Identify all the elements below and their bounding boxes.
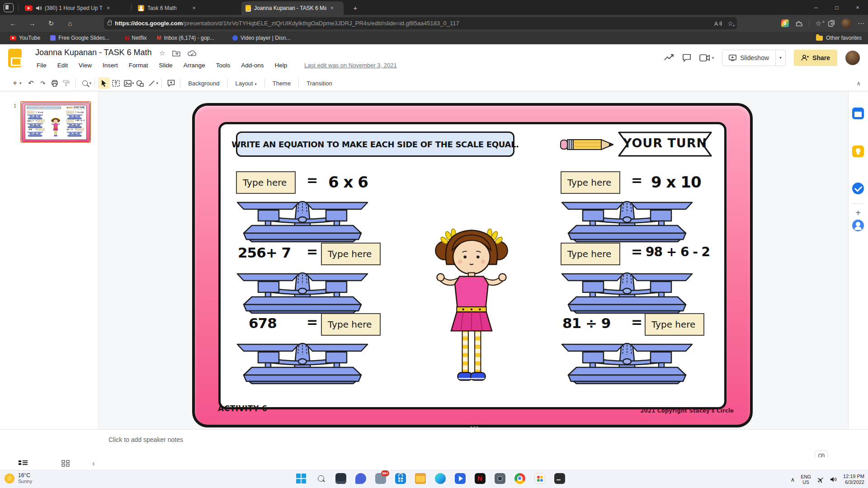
filmstrip-view-button[interactable] xyxy=(16,459,30,469)
collapse-toolbar-icon[interactable]: ∧ xyxy=(856,80,861,87)
insert-comment-tool[interactable] xyxy=(165,77,177,89)
cloud-status-icon[interactable] xyxy=(188,50,197,56)
equation-text[interactable]: 9 x 10 xyxy=(651,173,701,191)
address-bar[interactable]: https://docs.google.com/presentation/d/1… xyxy=(104,17,737,29)
slide-1-thumbnail[interactable]: WRITE AN EQUATION TO MAKE EACH SIDE OF T… xyxy=(20,101,91,143)
type-here-field[interactable]: Type here xyxy=(321,313,381,336)
browser-tab-3-active[interactable]: Joanna Kupanan - TASK 6 Math × xyxy=(241,1,344,15)
menu-slide[interactable]: Slide xyxy=(156,61,176,70)
taskbar-badged-app-icon[interactable]: 99+ xyxy=(374,472,387,484)
menu-tools[interactable]: Tools xyxy=(213,61,234,70)
girl-clipart[interactable] xyxy=(434,220,509,386)
chevron-down-icon[interactable]: ▾ xyxy=(712,56,714,60)
last-edit-link[interactable]: Last edit was on November 3, 2021 xyxy=(301,61,400,70)
redo-button[interactable]: ↷ xyxy=(37,77,49,89)
collections-icon[interactable] xyxy=(828,20,835,27)
hidden-icons-chevron[interactable]: ∧ xyxy=(791,476,795,483)
bookmark-inbox[interactable]: MInbox (6,174) - gop... xyxy=(157,35,214,41)
taskbar-file-explorer-icon[interactable] xyxy=(414,472,426,484)
menu-format[interactable]: Format xyxy=(126,61,151,70)
theme-button[interactable]: Theme xyxy=(268,80,295,87)
read-aloud-icon[interactable]: A xyxy=(714,20,722,27)
document-title[interactable]: Joanna Kupanan - TASK 6 Math xyxy=(35,48,152,57)
menu-addons[interactable]: Add-ons xyxy=(238,61,267,70)
equation-text[interactable]: 678 xyxy=(249,315,277,331)
bookmark-video-player[interactable]: Video player | Disn... xyxy=(232,35,290,41)
speaker-notes-placeholder[interactable]: Click to add speaker notes xyxy=(108,436,183,443)
tab-actions-icon[interactable] xyxy=(4,3,14,12)
type-here-field[interactable]: Type here xyxy=(561,243,620,265)
equals-sign[interactable]: = xyxy=(307,314,318,330)
home-button[interactable]: ⌂ xyxy=(63,19,77,27)
taskbar-teams-chat-icon[interactable] xyxy=(354,472,367,484)
text-box-tool[interactable] xyxy=(110,77,122,89)
taskbar-edge-icon[interactable] xyxy=(434,472,446,484)
equals-sign[interactable]: = xyxy=(307,244,318,259)
tab-audio-icon[interactable] xyxy=(36,5,42,11)
equation-text[interactable]: 6 x 6 xyxy=(328,173,368,191)
collapse-filmstrip-chevron[interactable]: ‹ xyxy=(87,459,100,469)
equals-sign[interactable]: = xyxy=(631,314,642,330)
menu-arrange[interactable]: Arrange xyxy=(180,61,208,70)
google-slides-logo[interactable] xyxy=(8,49,22,67)
star-icon[interactable]: ☆ xyxy=(159,49,165,57)
menu-file[interactable]: File xyxy=(33,61,50,70)
equation-text[interactable]: 81 ÷ 9 xyxy=(562,315,610,331)
balance-scale-image[interactable] xyxy=(233,269,372,314)
taskbar-search-icon[interactable] xyxy=(315,472,327,484)
slideshow-dropdown[interactable]: ▾ xyxy=(775,50,785,66)
weather-widget[interactable]: 16°CSunny xyxy=(5,472,32,484)
keep-icon[interactable] xyxy=(852,145,864,157)
start-button[interactable] xyxy=(295,472,307,484)
insert-shape-tool[interactable] xyxy=(134,77,146,89)
taskbar-camera-app-icon[interactable] xyxy=(494,472,506,484)
comment-history-icon[interactable] xyxy=(682,54,691,62)
menu-insert[interactable]: Insert xyxy=(99,61,121,70)
your-turn-banner[interactable]: YOUR TURN xyxy=(617,131,713,158)
slide-canvas[interactable]: WRITE AN EQUATION TO MAKE EACH SIDE OF T… xyxy=(192,103,753,427)
balance-scale-image[interactable] xyxy=(558,269,696,314)
speaker-icon[interactable] xyxy=(830,476,837,483)
calendar-icon[interactable] xyxy=(852,108,864,119)
grid-view-button[interactable] xyxy=(59,459,72,469)
maximize-button[interactable]: □ xyxy=(826,0,847,15)
back-button[interactable]: ← xyxy=(6,19,20,27)
clock[interactable]: 12:19 PM6/3/2022 xyxy=(843,474,864,485)
extension-icon[interactable]: S xyxy=(781,19,789,27)
activity-label[interactable]: ACTIVITY 6 xyxy=(218,404,268,413)
move-folder-icon[interactable] xyxy=(172,50,180,56)
transition-button[interactable]: Transition xyxy=(302,80,337,87)
layout-button[interactable]: Layout ▾ xyxy=(231,80,261,87)
type-here-field[interactable]: Type here xyxy=(645,313,704,336)
insert-line-caret[interactable]: ▾ xyxy=(156,81,159,85)
bookmark-youtube[interactable]: YouTube xyxy=(10,35,40,41)
balance-scale-image[interactable] xyxy=(233,197,372,243)
insert-image-caret[interactable]: ▾ xyxy=(132,81,134,85)
balance-scale-image[interactable] xyxy=(558,339,696,385)
tab-close-icon[interactable]: × xyxy=(192,5,197,11)
equals-sign[interactable]: = xyxy=(631,172,642,188)
tasks-icon[interactable] xyxy=(852,183,864,194)
taskbar-chrome-icon[interactable] xyxy=(514,472,526,484)
taskbar-media-app-icon[interactable] xyxy=(454,472,466,484)
minimize-button[interactable]: ─ xyxy=(806,0,826,15)
airplane-mode-icon[interactable] xyxy=(817,476,824,483)
refresh-button[interactable]: ↻ xyxy=(44,19,58,28)
undo-button[interactable]: ↶ xyxy=(25,77,37,89)
activity-dashboard-icon[interactable] xyxy=(664,54,674,62)
type-here-field[interactable]: Type here xyxy=(321,243,381,265)
balance-scale-image[interactable] xyxy=(558,197,696,243)
add-favorite-icon[interactable]: ☆+ xyxy=(727,20,733,27)
account-avatar[interactable] xyxy=(845,51,860,65)
profile-avatar[interactable] xyxy=(841,19,851,28)
taskbar-app-dark-icon[interactable] xyxy=(335,472,347,484)
contacts-icon[interactable] xyxy=(852,220,864,231)
meet-camera-icon[interactable] xyxy=(699,54,710,61)
tab-close-icon[interactable]: × xyxy=(106,5,111,11)
close-button[interactable]: × xyxy=(847,0,868,15)
instruction-text[interactable]: WRITE AN EQUATION TO MAKE EACH SIDE OF T… xyxy=(236,131,514,157)
type-here-field[interactable]: Type here xyxy=(561,171,620,194)
balance-scale-image[interactable] xyxy=(233,339,372,385)
browser-tab-1[interactable]: (380) 1 Hour Sped Up Tikto × xyxy=(21,1,129,15)
favorites-icon[interactable]: ☆≡ xyxy=(816,19,821,28)
